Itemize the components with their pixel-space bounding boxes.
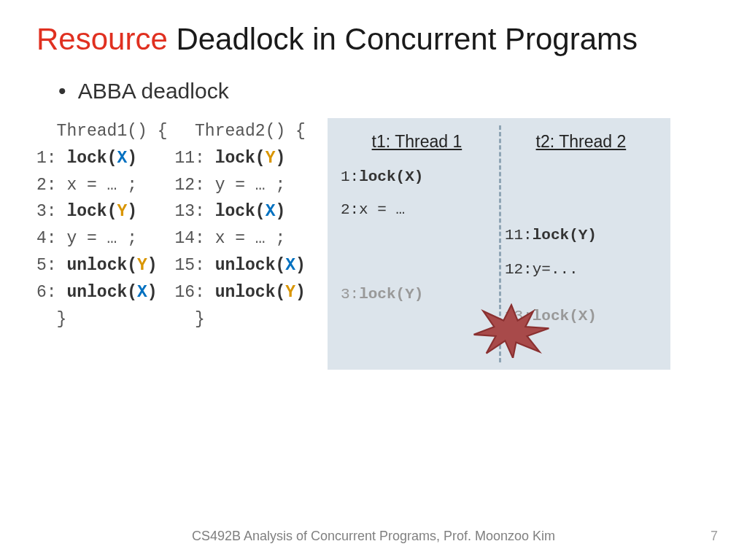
slide: Resource Deadlock in Concurrent Programs…	[0, 0, 747, 560]
t1-step2: 2:x = …	[341, 198, 493, 222]
t1-step1: 1:lock(X)	[341, 166, 493, 189]
page-number: 7	[711, 529, 718, 544]
slide-title: Resource Deadlock in Concurrent Programs	[36, 22, 711, 57]
t2-header: t2: Thread 2	[505, 129, 657, 155]
title-red: Resource	[36, 22, 168, 56]
footer-text: CS492B Analysis of Concurrent Programs, …	[0, 529, 747, 544]
execution-diagram: t1: Thread 1 1:lock(X) 2:x = … 3:lock(Y)…	[328, 118, 670, 370]
bullet-item: ABBA deadlock	[58, 79, 711, 104]
title-rest: Deadlock in Concurrent Programs	[168, 22, 638, 56]
t1-step3: 3:lock(Y)	[341, 283, 493, 306]
code-area: Thread1() { 1: lock(X) 2: x = … ; 3: loc…	[36, 118, 711, 370]
t2-step1: 11:lock(Y)	[505, 224, 657, 247]
collision-burst-icon	[471, 303, 551, 358]
thread2-code: Thread2() { 11: lock(Y) 12: y = … ; 13: …	[174, 118, 305, 332]
t1-header: t1: Thread 1	[341, 129, 493, 155]
thread1-code: Thread1() { 1: lock(X) 2: x = … ; 3: loc…	[36, 118, 167, 332]
svg-marker-0	[474, 305, 549, 358]
t2-step2: 12:y=...	[505, 258, 657, 281]
